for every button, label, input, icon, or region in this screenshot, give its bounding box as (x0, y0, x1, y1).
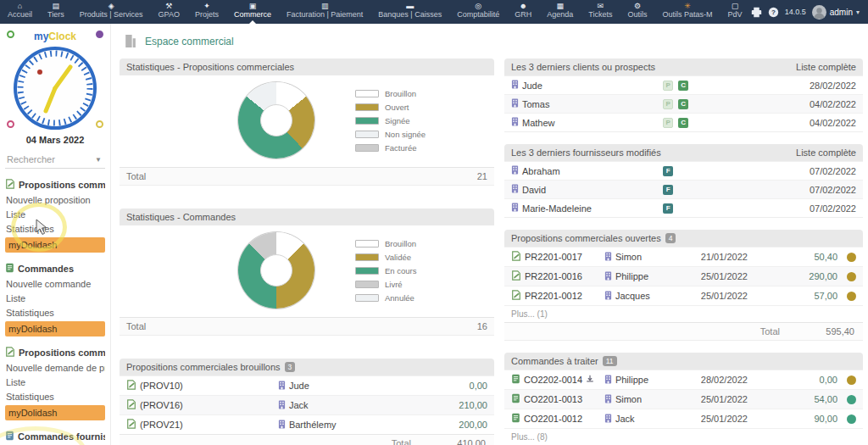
company-link[interactable]: Jacques (615, 291, 650, 301)
legend-item-annul-e: Annulée (355, 293, 417, 303)
nav-item-comptabilit[interactable]: ◎Comptabilité (449, 0, 507, 24)
type-badge-f: F (663, 185, 673, 195)
date-cell: 07/02/2022 (739, 166, 856, 176)
sidebar-item-statistiques[interactable]: Statistiques (5, 221, 105, 236)
type-badges-cell: F (663, 166, 739, 176)
type-badges-cell: PC (663, 118, 739, 128)
nav-item-tickets[interactable]: ✉Tickets (581, 0, 620, 24)
legend-item-sign-e: Signée (355, 116, 426, 125)
sidebar-section-title[interactable]: Propositions comme... (5, 177, 105, 192)
status-dot-gold (847, 375, 856, 385)
sidebar-item-nouvelle-commande[interactable]: Nouvelle commande (5, 276, 105, 291)
company-link[interactable]: Philippe (615, 375, 648, 385)
full-list-link[interactable]: Liste complète (796, 147, 856, 158)
clock-date: 04 Mars 2022 (7, 132, 103, 147)
clock-corner-red-button[interactable] (7, 120, 14, 128)
search-select[interactable]: Rechercher ▼ (5, 150, 105, 169)
sidebar-item-statistiques[interactable]: Statistiques (5, 305, 105, 320)
nav-item-produits-services[interactable]: ◈Produits | Services (72, 0, 151, 24)
download-icon[interactable] (586, 375, 594, 385)
status-cell (837, 292, 856, 301)
nav-item-grh[interactable]: ☻GRH (507, 0, 539, 24)
legend-item-factur-e: Facturée (355, 143, 426, 153)
date-value: 25/01/2022 (701, 414, 748, 424)
chart-legend: BrouillonOuvertSignéeNon signéeFacturée (355, 89, 426, 153)
help-icon[interactable]: ? (768, 7, 779, 18)
sidebar-section-title[interactable]: Commandes (5, 261, 105, 276)
svg-text:?: ? (771, 8, 776, 16)
document-ref-link[interactable]: PR2201-0012 (525, 291, 582, 301)
sidebar-item-mydolidash[interactable]: myDolidash (5, 405, 105, 420)
clock-corner-yellow-button[interactable] (96, 120, 103, 128)
company-link[interactable]: Jude (289, 381, 309, 391)
company-link[interactable]: Tomas (522, 99, 549, 109)
document-ref-link[interactable]: CO2201-0012 (524, 414, 582, 424)
nav-item-pdv[interactable]: ▢PdV (720, 0, 749, 24)
status-cell (837, 253, 856, 262)
company-link[interactable]: Marie-Madeleine (522, 203, 592, 214)
nav-item-gpao[interactable]: ⚒GPAO (151, 0, 187, 24)
company-link[interactable]: Simon (615, 394, 642, 404)
nav-item-projets[interactable]: ✦Projets (187, 0, 226, 24)
company-link[interactable]: Jack (615, 414, 635, 424)
show-more-link[interactable]: Plus... (8) (504, 428, 863, 445)
clock-corner-green-button[interactable] (7, 31, 14, 38)
company-link[interactable]: Mathew (522, 118, 555, 128)
page-title-text: Espace commercial (145, 36, 234, 47)
nav-item-outils[interactable]: ⚙Outils (620, 0, 654, 24)
proposal-ref-link[interactable]: (PROV21) (140, 420, 183, 430)
legend-item-ouvert: Ouvert (355, 103, 426, 112)
clock-corner-purple-button[interactable] (96, 31, 103, 38)
sidebar-section-title[interactable]: Propositions comme... (5, 345, 105, 360)
company-icon (604, 375, 612, 386)
bank-icon: ▬ (406, 2, 414, 10)
agenda-icon: ▦ (557, 2, 565, 10)
name-cell: Jude (511, 80, 663, 91)
nav-item-banques-caisses[interactable]: ▬Banques | Caisses (370, 0, 449, 24)
date-value: 04/02/2022 (810, 99, 856, 109)
sidebar-section-title[interactable]: Commandes fourniss... (5, 429, 105, 444)
proposal-ref-link[interactable]: (PROV10) (140, 381, 183, 391)
sidebar-item-nouvelle-demande-de-prix[interactable]: Nouvelle demande de prix (5, 360, 105, 375)
nav-item-facturation-paiement[interactable]: ▥Facturation | Paiement (279, 0, 370, 24)
company-link[interactable]: Jack (289, 400, 309, 410)
full-list-link[interactable]: Liste complète (796, 62, 856, 72)
company-link[interactable]: Barthélemy (289, 420, 337, 430)
company-link[interactable]: Simon (615, 252, 642, 262)
show-more-link[interactable]: Plus... (1) (504, 305, 863, 322)
user-menu[interactable]: admin ▾ (812, 5, 860, 19)
sidebar-item-liste[interactable]: Liste (5, 291, 105, 305)
nav-item-accueil[interactable]: ⌂Accueil (0, 0, 40, 24)
building-icon (123, 34, 137, 48)
type-badges-cell: PC (663, 81, 739, 91)
sidebar-item-mydolidash[interactable]: myDolidash (5, 321, 105, 337)
nav-item-outils-patas-m[interactable]: ✳Outils Patas-M (654, 0, 720, 24)
nav-item-agenda[interactable]: ▦Agenda (539, 0, 581, 24)
company-link[interactable]: David (522, 185, 546, 195)
sidebar-item-mydolidash[interactable]: myDolidash (5, 237, 105, 253)
company-link[interactable]: Jude (522, 81, 542, 91)
sidebar-section-label: Propositions comme... (19, 180, 105, 190)
document-ref-link[interactable]: PR2201-0016 (525, 271, 582, 281)
document-ref-link[interactable]: CO2201-0013 (524, 394, 582, 404)
date-value: 07/02/2022 (810, 185, 856, 195)
company-icon (278, 400, 286, 411)
proposal-ref-link[interactable]: (PROV16) (140, 400, 183, 410)
table-row: DavidF07/02/2022 (504, 180, 863, 198)
legend-label: En cours (385, 266, 417, 275)
nav-item-commerce[interactable]: ▣Commerce (226, 0, 279, 24)
document-ref-link[interactable]: PR2201-0017 (525, 252, 582, 262)
document-ref-link[interactable]: CO2202-0014 (524, 375, 582, 385)
sidebar-item-liste[interactable]: Liste (5, 207, 105, 221)
nav-item-tiers[interactable]: ▤Tiers (40, 0, 72, 24)
company-link[interactable]: Abraham (522, 166, 560, 176)
type-badge-p: P (663, 81, 673, 91)
sidebar-item-nouvelle-proposition[interactable]: Nouvelle proposition (5, 192, 105, 207)
name-cell: Marie-Madeleine (511, 203, 663, 214)
sidebar-item-statistiques[interactable]: Statistiques (5, 389, 105, 403)
company-link[interactable]: Philippe (615, 271, 648, 281)
company-cell: Jack (278, 400, 415, 411)
amount-cell: 200,00 (415, 420, 487, 430)
print-icon[interactable] (751, 7, 762, 18)
sidebar-item-liste[interactable]: Liste (5, 375, 105, 389)
